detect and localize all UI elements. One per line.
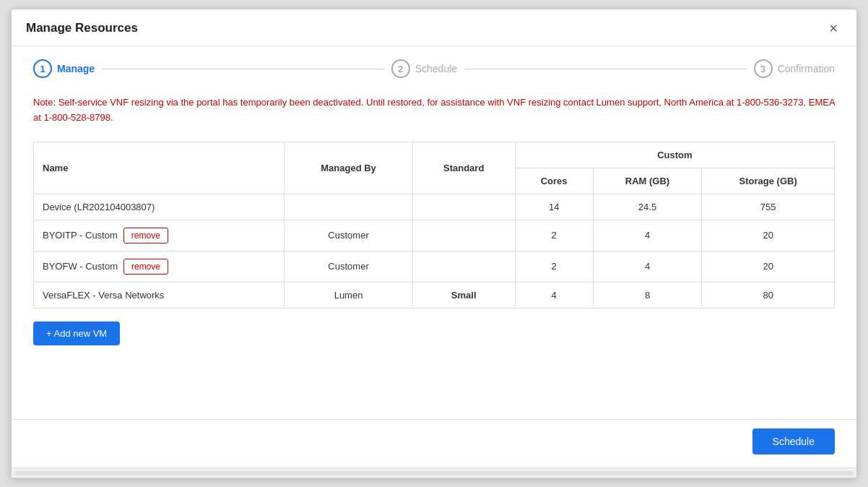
row-1-ram: 4 (593, 220, 702, 251)
row-1-storage: 20 (702, 220, 835, 251)
row-0-name: Device (LR202104003807) (43, 202, 155, 212)
row-2-cores: 2 (515, 251, 593, 282)
step-3: 3 Confirmation (754, 59, 835, 78)
row-0-name-cell: Device (LR202104003807) (34, 194, 285, 220)
row-1-name-cell: BYOITP - Customremove (34, 220, 285, 251)
step-1: 1 Manage (33, 59, 95, 78)
close-button[interactable]: × (825, 20, 842, 37)
row-2-remove-button[interactable]: remove (123, 259, 168, 275)
modal-header: Manage Resources × (12, 9, 856, 46)
row-0-standard (412, 194, 515, 220)
step-3-circle: 3 (754, 59, 773, 78)
col-header-ram: RAM (GB) (593, 168, 702, 194)
resources-table: Name Managed By Standard Custom Cores RA… (33, 142, 835, 309)
row-3-managed-by: Lumen (285, 282, 412, 308)
table-row: BYOITP - CustomremoveCustomer2420 (34, 220, 835, 251)
row-2-standard (412, 251, 515, 282)
row-3-standard: Small (412, 282, 515, 308)
table-row: Device (LR202104003807)1424.5755 (34, 194, 835, 220)
row-3-cores: 4 (515, 282, 593, 308)
row-3-name: VersaFLEX - Versa Networks (43, 290, 164, 301)
notice-text: Note: Self-service VNF resizing via the … (33, 95, 835, 126)
row-1-managed-by: Customer (285, 220, 412, 251)
row-3-name-cell: VersaFLEX - Versa Networks (34, 282, 285, 308)
horizontal-scrollbar[interactable] (12, 467, 856, 478)
step-line-2 (464, 69, 747, 69)
row-1-cores: 2 (515, 220, 593, 251)
row-1-remove-button[interactable]: remove (123, 228, 168, 244)
manage-resources-modal: Manage Resources × 1 Manage 2 Schedule 3… (11, 9, 857, 478)
table-row: BYOFW - CustomremoveCustomer2420 (34, 251, 835, 282)
modal-content: Note: Self-service VNF resizing via the … (12, 88, 856, 419)
col-header-standard: Standard (412, 142, 515, 194)
col-header-name: Name (34, 142, 285, 194)
step-2-circle: 2 (391, 59, 410, 78)
row-0-storage: 755 (702, 194, 835, 220)
table-row: VersaFLEX - Versa NetworksLumenSmall4880 (34, 282, 835, 308)
add-new-vm-button[interactable]: + Add new VM (33, 322, 120, 345)
row-3-storage: 80 (702, 282, 835, 308)
row-2-ram: 4 (593, 251, 702, 282)
schedule-button[interactable]: Schedule (752, 428, 835, 454)
row-1-name: BYOITP - Custom (43, 230, 118, 241)
row-2-storage: 20 (702, 251, 835, 282)
stepper: 1 Manage 2 Schedule 3 Confirmation (12, 46, 856, 88)
row-0-ram: 24.5 (593, 194, 702, 220)
step-2-label: Schedule (415, 63, 457, 74)
row-1-standard (412, 220, 515, 251)
step-1-label: Manage (57, 63, 95, 74)
col-header-custom: Custom (515, 142, 834, 168)
step-3-label: Confirmation (778, 63, 835, 74)
col-header-cores: Cores (515, 168, 593, 194)
col-header-storage: Storage (GB) (702, 168, 835, 194)
col-header-managed-by: Managed By (285, 142, 412, 194)
step-line-1 (102, 69, 384, 69)
row-0-cores: 14 (515, 194, 593, 220)
row-3-ram: 8 (593, 282, 702, 308)
step-1-circle: 1 (33, 59, 52, 78)
step-2: 2 Schedule (391, 59, 457, 78)
row-2-managed-by: Customer (285, 251, 412, 282)
modal-title: Manage Resources (26, 21, 138, 35)
row-0-managed-by (285, 194, 412, 220)
modal-footer: Schedule (12, 419, 856, 467)
row-2-name-cell: BYOFW - Customremove (34, 251, 285, 282)
row-2-name: BYOFW - Custom (43, 261, 118, 272)
scrollbar-track (14, 471, 854, 475)
